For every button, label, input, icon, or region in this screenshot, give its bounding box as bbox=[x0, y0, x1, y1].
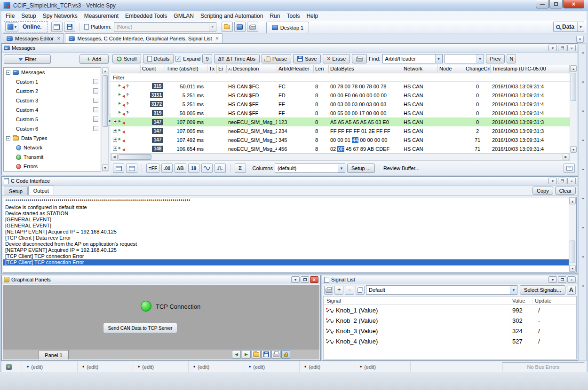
column-arbid[interactable]: ArbId/Header bbox=[277, 65, 314, 73]
tree-item-errors[interactable]: Errors bbox=[4, 162, 101, 171]
panel-maximize-button[interactable] bbox=[558, 178, 566, 184]
menu-embedded-tools[interactable]: Embedded Tools bbox=[122, 12, 170, 20]
message-row[interactable]: ? 315 50.011 ms HS CAN $FC FC 8 00 78 00… bbox=[111, 82, 570, 91]
preset-combo[interactable]: Default ▼ bbox=[366, 285, 517, 295]
tab-output[interactable]: Output bbox=[28, 186, 54, 195]
menu-run[interactable]: Run bbox=[266, 12, 283, 20]
find-column-combo[interactable]: ArbId/Header ▼ bbox=[382, 54, 443, 63]
save-panel-button[interactable] bbox=[262, 350, 270, 359]
chevron-down-icon[interactable]: ▼ bbox=[577, 22, 584, 31]
review-buffer-label[interactable]: Review Buffer... bbox=[383, 165, 420, 171]
log-line[interactable]: [NETAPP EVENT] Acquired IP = 192.168.40.… bbox=[3, 247, 576, 253]
log-line[interactable]: ****************************************… bbox=[3, 198, 576, 204]
find-text-combo[interactable]: ▼ bbox=[445, 54, 484, 63]
expand-icon[interactable] bbox=[113, 129, 117, 133]
message-row[interactable]: ? 3172 5.251 ms HS CAN $FE FE 8 00 03 00… bbox=[111, 100, 570, 109]
decimal-format-button[interactable]: .00 bbox=[161, 164, 173, 173]
signal-row[interactable]: Knob_1 (Value) 992 / bbox=[324, 305, 576, 315]
tree-item-custom-3[interactable]: Custom 3 bbox=[4, 96, 101, 105]
print-panel-button[interactable] bbox=[271, 350, 280, 359]
column-changecnt[interactable]: ChangeCnt bbox=[464, 65, 491, 73]
status-edit-cell[interactable]: •(edit) bbox=[355, 361, 411, 372]
tree-item-transmit[interactable]: Transmit bbox=[4, 152, 101, 162]
totals-button[interactable]: Σ bbox=[235, 164, 246, 173]
select-signals-button[interactable]: Select Signals... bbox=[520, 285, 565, 295]
scroll-button[interactable]: Scroll bbox=[112, 54, 141, 63]
message-row[interactable]: ? 319 50.005 ms HS CAN $FF FF 8 00 55 00… bbox=[111, 109, 570, 117]
add-signal-button[interactable]: + bbox=[334, 286, 343, 295]
scroll-down-icon[interactable]: ▼ bbox=[569, 265, 576, 272]
desktop-tab[interactable]: Desktop 1 bbox=[266, 22, 310, 33]
panel-1-tab[interactable]: Panel 1 bbox=[39, 350, 69, 359]
log-line-selected[interactable]: [TCP Client] TCP connection Error bbox=[3, 259, 576, 265]
panel-close-button[interactable]: × bbox=[567, 45, 576, 51]
expand-checkbox[interactable] bbox=[175, 56, 181, 62]
print-button[interactable] bbox=[324, 286, 333, 295]
expand-icon[interactable] bbox=[113, 120, 117, 124]
panel-menu-button[interactable]: ▾ bbox=[291, 276, 300, 283]
tab-setup[interactable]: Setup bbox=[4, 187, 28, 195]
scroll-down-icon[interactable]: ▼ bbox=[570, 146, 577, 153]
tree-item-custom-5[interactable]: Custom 5 bbox=[4, 115, 101, 124]
checkbox[interactable] bbox=[93, 88, 98, 94]
menu-measurement[interactable]: Measurement bbox=[81, 12, 122, 20]
column-signal[interactable]: Signal bbox=[324, 298, 510, 304]
expand-icon[interactable] bbox=[113, 138, 117, 142]
column-update[interactable]: Update bbox=[532, 298, 576, 304]
export-button[interactable] bbox=[564, 164, 575, 173]
column-network[interactable]: Network bbox=[402, 65, 438, 73]
details-button[interactable]: Details bbox=[143, 54, 174, 63]
back-button[interactable]: ◀ bbox=[232, 350, 241, 359]
table-horizontal-scrollbar[interactable]: ◀ ▶ bbox=[111, 153, 570, 161]
chevron-down-icon[interactable]: ▼ bbox=[435, 55, 442, 63]
copy-button[interactable] bbox=[356, 286, 365, 295]
panel-menu-button[interactable]: ▾ bbox=[548, 276, 557, 283]
tree-item-custom-2[interactable]: Custom 2 bbox=[4, 86, 101, 96]
log-line[interactable]: [NETAPP EVENT] Acquired IP = 192.168.40.… bbox=[3, 229, 576, 235]
maximize-button[interactable] bbox=[549, 0, 563, 8]
signal-row[interactable]: Knob_3 (Value) 324 / bbox=[324, 326, 576, 336]
next-button[interactable]: N bbox=[507, 54, 516, 63]
checkbox[interactable] bbox=[93, 126, 98, 131]
waveform-button-1[interactable] bbox=[201, 164, 213, 173]
notebook-button[interactable] bbox=[222, 22, 233, 32]
print-button[interactable] bbox=[352, 54, 367, 63]
ascii-format-button[interactable]: AB bbox=[175, 164, 186, 173]
message-row-selected[interactable]: 147 107.009 ms neoECU_SIM_Msg_1 123 8 A5… bbox=[111, 117, 570, 126]
pause-button[interactable]: Pause bbox=[262, 54, 291, 63]
menu-scripting[interactable]: Scripting and Automation bbox=[197, 12, 266, 20]
columns-setup-button[interactable]: Setup ... bbox=[347, 164, 375, 173]
log-line[interactable]: Device started as STATION bbox=[3, 211, 576, 217]
column-count[interactable]: Count bbox=[141, 65, 165, 73]
chevron-down-icon[interactable]: ▼ bbox=[477, 55, 484, 63]
checkbox[interactable] bbox=[93, 79, 98, 84]
status-edit-cell[interactable]: •(edit) bbox=[22, 361, 78, 372]
close-button[interactable]: × bbox=[563, 0, 584, 8]
grid-view-button-2[interactable] bbox=[126, 164, 137, 173]
collapse-icon[interactable] bbox=[6, 136, 10, 140]
menu-file[interactable]: File bbox=[2, 12, 18, 20]
panel-menu-button[interactable]: ▾ bbox=[548, 45, 557, 51]
columns-combo[interactable]: (default) ▼ bbox=[275, 164, 345, 173]
grid-view-button-1[interactable] bbox=[113, 164, 124, 173]
delta-time-button[interactable]: ΔT ΔT Time Abs bbox=[214, 54, 260, 63]
signal-row[interactable]: Knob_4 (Value) 527 / bbox=[324, 336, 576, 346]
waveform-button-2[interactable] bbox=[215, 164, 226, 173]
checkbox[interactable] bbox=[93, 107, 98, 112]
open-panel-button[interactable] bbox=[252, 350, 261, 359]
online-mode-button[interactable]: ▾ bbox=[5, 22, 18, 31]
forward-button[interactable]: ▶ bbox=[242, 350, 251, 359]
menu-setup[interactable]: Setup bbox=[18, 12, 39, 20]
prev-button[interactable]: Prev bbox=[486, 54, 505, 63]
data-split-button[interactable]: Data ▼ bbox=[553, 22, 584, 32]
collapse-icon[interactable] bbox=[6, 70, 10, 75]
tab-messages-editor[interactable]: Messages Editor ✕ bbox=[3, 33, 64, 43]
column-icon[interactable] bbox=[111, 65, 141, 73]
log-line[interactable]: [GENERAL EVENT] bbox=[3, 223, 576, 229]
binary-format-button[interactable]: 18 bbox=[188, 164, 199, 173]
ccode-scrollbar[interactable]: ▲ ▼ bbox=[569, 197, 576, 272]
checkbox[interactable] bbox=[93, 117, 98, 122]
scroll-left-icon[interactable]: ◀ bbox=[111, 154, 118, 160]
options-button[interactable] bbox=[247, 22, 258, 32]
erase-button[interactable]: × Erase bbox=[323, 54, 350, 63]
